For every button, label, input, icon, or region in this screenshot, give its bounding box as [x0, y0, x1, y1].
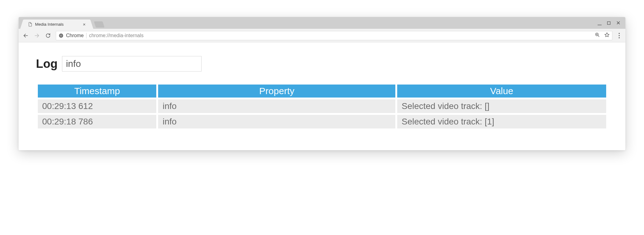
log-header: Log: [36, 56, 608, 72]
svg-marker-10: [605, 33, 609, 37]
browser-toolbar: Chrome chrome://media-internals: [19, 29, 625, 42]
tab-title: Media Internals: [35, 22, 80, 27]
browser-tab[interactable]: Media Internals ×: [24, 20, 89, 29]
nav-buttons: [23, 33, 51, 38]
browser-menu-icon[interactable]: [617, 33, 621, 38]
col-timestamp: Timestamp: [38, 85, 156, 98]
svg-point-11: [619, 33, 620, 34]
bookmark-star-icon[interactable]: [604, 32, 610, 39]
page-icon: [28, 22, 33, 27]
omnibox-divider: [86, 33, 87, 38]
browser-window: Media Internals × _ ✕: [19, 17, 625, 150]
url-scheme-label: Chrome: [66, 33, 84, 38]
cell-timestamp: 00:29:13 612: [38, 99, 156, 113]
window-controls: _ ✕: [598, 17, 622, 29]
table-row: 00:29:18 786 info Selected video track: …: [38, 115, 606, 128]
log-filter-input[interactable]: [62, 56, 202, 72]
table-row: 00:29:13 612 info Selected video track: …: [38, 99, 606, 113]
chrome-favicon-icon: [59, 33, 64, 38]
zoom-icon[interactable]: [595, 32, 600, 39]
cell-property: info: [158, 115, 395, 128]
minimize-icon[interactable]: _: [598, 18, 602, 25]
address-bar[interactable]: Chrome chrome://media-internals: [56, 31, 612, 40]
svg-line-7: [598, 36, 599, 37]
cell-property: info: [158, 99, 395, 113]
reload-button[interactable]: [45, 33, 51, 38]
log-title: Log: [36, 57, 58, 71]
cell-timestamp: 00:29:18 786: [38, 115, 156, 128]
table-header-row: Timestamp Property Value: [38, 85, 606, 98]
close-window-icon[interactable]: ✕: [616, 20, 620, 26]
tab-strip: Media Internals × _ ✕: [19, 17, 625, 29]
log-table: Timestamp Property Value 00:29:13 612 in…: [36, 83, 608, 130]
new-tab-button[interactable]: [94, 21, 104, 28]
col-value: Value: [397, 85, 606, 98]
url-text: chrome://media-internals: [89, 33, 592, 38]
svg-point-13: [619, 37, 620, 38]
page-content: Log Timestamp Property Value 00:29:13 61…: [19, 42, 625, 150]
tab-close-icon[interactable]: ×: [83, 22, 86, 27]
svg-point-12: [619, 35, 620, 36]
back-button[interactable]: [23, 33, 29, 38]
svg-rect-0: [607, 21, 610, 24]
forward-button[interactable]: [34, 33, 40, 38]
cell-value: Selected video track: []: [397, 99, 606, 113]
maximize-icon[interactable]: [607, 21, 611, 25]
svg-point-5: [60, 35, 62, 36]
col-property: Property: [158, 85, 395, 98]
cell-value: Selected video track: [1]: [397, 115, 606, 128]
